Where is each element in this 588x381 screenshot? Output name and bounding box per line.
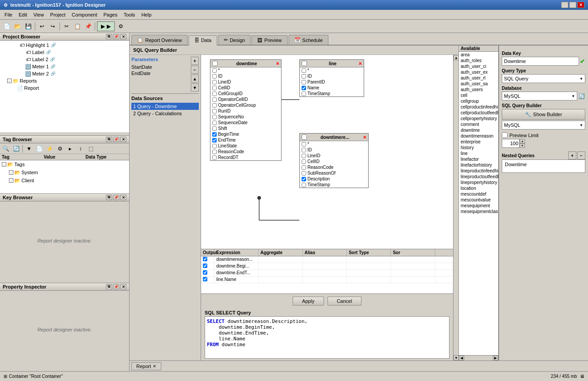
field-lineid[interactable]: LineID: [210, 79, 281, 85]
table-downtimere-close[interactable]: ✕: [363, 135, 366, 140]
avail-enterprise[interactable]: enterprise: [459, 139, 498, 145]
ds-item-calculations[interactable]: 2 Query - Calculations: [131, 110, 199, 117]
tag-browser-float-btn[interactable]: ⧉: [106, 137, 112, 142]
field-runid[interactable]: RunID: [210, 108, 281, 114]
move-up-btn[interactable]: ▲: [191, 75, 199, 83]
avail-history[interactable]: history: [459, 145, 498, 151]
menu-view[interactable]: View: [31, 11, 47, 18]
spinner-down-btn[interactable]: ▼: [520, 143, 525, 148]
menu-tools[interactable]: Tools: [121, 11, 138, 18]
tree-item-report[interactable]: 📄 Report: [1, 84, 128, 92]
tab-report-overview[interactable]: 📋 Report Overview: [131, 35, 188, 45]
field-operatorcellid[interactable]: OperatorCellID: [210, 96, 281, 102]
prop-pin-btn[interactable]: 📌: [113, 284, 119, 289]
field-cellid[interactable]: CellID: [210, 85, 281, 91]
tag-move-btn[interactable]: ↕: [76, 144, 85, 154]
mysql-select[interactable]: MySQL ▼: [502, 121, 585, 130]
tag-opc-btn[interactable]: ⚡: [45, 144, 55, 154]
tag-new-btn[interactable]: 📄: [34, 144, 44, 154]
copy-btn[interactable]: 📋: [72, 21, 82, 31]
field-seqdate[interactable]: SequenceDate: [210, 120, 281, 126]
dr-field-cellid[interactable]: CellID: [300, 159, 368, 164]
field-id[interactable]: ID: [210, 73, 281, 79]
field-linestate[interactable]: LineState: [210, 143, 281, 149]
tree-item-meter2[interactable]: 🔢 Meter 2 🔗: [1, 70, 128, 77]
dr-field-subreasonof[interactable]: SubReasonOf: [300, 170, 368, 176]
tree-item-label1[interactable]: 🏷 Label 🔗: [1, 49, 128, 56]
tag-filter-btn[interactable]: ▼: [24, 144, 34, 154]
field-cellgroupid[interactable]: CellGroupID: [210, 91, 281, 96]
line-field-asterisk[interactable]: *: [300, 67, 364, 73]
avail-downtime[interactable]: downtime: [459, 127, 498, 133]
avail-lineprod-in[interactable]: lineproductinfeedhistory: [459, 168, 498, 174]
reports-expand-btn[interactable]: -: [7, 79, 12, 83]
dr-field-lineid[interactable]: LineID: [300, 153, 368, 159]
publish-btn[interactable]: ▶ ▶: [97, 21, 115, 31]
menu-file[interactable]: File: [2, 11, 15, 18]
avail-location[interactable]: location: [459, 185, 498, 191]
field-recorddt[interactable]: RecordDT: [210, 155, 281, 160]
redo-btn[interactable]: ↪: [48, 21, 58, 31]
query-type-select[interactable]: SQL Query ▼: [502, 74, 585, 83]
add-nested-btn[interactable]: +: [568, 151, 576, 159]
tag-item-client[interactable]: - 📂 Client: [0, 176, 129, 184]
output-row-2[interactable]: downtime.Begi...: [201, 263, 453, 270]
menu-edit[interactable]: Edit: [16, 11, 30, 18]
project-browser-pin-btn[interactable]: 📌: [113, 34, 119, 39]
project-browser-float-btn[interactable]: ⧉: [106, 34, 112, 39]
client-expand-btn[interactable]: -: [9, 178, 13, 183]
add-param-btn[interactable]: +: [191, 57, 199, 65]
prop-float-btn[interactable]: ⧉: [106, 284, 112, 289]
avail-area[interactable]: area: [459, 52, 498, 58]
output-row-3[interactable]: downtime.EndT...: [201, 270, 453, 276]
output-row-4[interactable]: line.Name: [201, 276, 453, 283]
avail-scroll-right[interactable]: ▶: [493, 356, 498, 360]
cut-btn[interactable]: ✂: [62, 21, 71, 31]
tags-expand-btn[interactable]: -: [2, 162, 6, 167]
tag-refresh-btn[interactable]: 🔄: [11, 144, 21, 154]
tag-more-btn[interactable]: ▸: [65, 144, 75, 154]
query-canvas[interactable]: 🔗 downtime ✕ *: [201, 55, 453, 249]
avail-auth-roles[interactable]: auth_roles: [459, 58, 498, 63]
tab-schedule[interactable]: 📅 Schedule: [289, 35, 329, 45]
remove-param-btn[interactable]: −: [191, 66, 199, 74]
field-operatorcellgroup[interactable]: OperatorCellGroup: [210, 102, 281, 108]
paste-btn[interactable]: 📌: [83, 21, 93, 31]
avail-cellprod-in[interactable]: cellproductinfeedhistory: [459, 104, 498, 110]
output-row-1[interactable]: downtimereason...: [201, 256, 453, 263]
tag-item-tags[interactable]: - 📂 Tags: [0, 160, 129, 168]
field-asterisk[interactable]: *: [210, 67, 281, 73]
field-begintime[interactable]: BeginTime: [210, 131, 281, 137]
table-line-select-all[interactable]: [302, 61, 307, 66]
table-line-close[interactable]: ✕: [358, 61, 362, 66]
menu-component[interactable]: Component: [69, 11, 100, 18]
field-endtime[interactable]: EndTime: [210, 137, 281, 143]
report-tab-close-icon[interactable]: ✕: [153, 364, 156, 368]
tag-browser-close-btn[interactable]: ✕: [120, 137, 126, 142]
avail-downtimereason[interactable]: downtimereason: [459, 133, 498, 139]
avail-mescountdef[interactable]: mescountdef: [459, 191, 498, 197]
key-browser-float-btn[interactable]: ⧉: [106, 195, 112, 200]
settings-btn[interactable]: ⚙: [116, 21, 126, 31]
tag-settings-btn[interactable]: ⚙: [55, 144, 65, 154]
table-downtime-close[interactable]: ✕: [276, 61, 279, 66]
prop-close-btn[interactable]: ✕: [120, 284, 126, 289]
line-field-timestamp[interactable]: TimeStamp: [300, 91, 364, 96]
key-browser-pin-btn[interactable]: 📌: [113, 195, 119, 200]
line-field-id[interactable]: ID: [300, 73, 364, 79]
new-btn[interactable]: 📄: [2, 21, 12, 31]
tag-drag-btn[interactable]: ⬚: [86, 144, 96, 154]
spinner-up-btn[interactable]: ▲: [520, 139, 525, 143]
dr-field-id[interactable]: ID: [300, 147, 368, 153]
tag-item-system[interactable]: - 📂 System: [0, 168, 129, 176]
preview-limit-checkbox[interactable]: [502, 132, 508, 138]
menu-pages[interactable]: Pages: [101, 11, 120, 18]
avail-comment[interactable]: comment: [459, 121, 498, 127]
avail-linefactorhistory[interactable]: linefactorhistory: [459, 162, 498, 168]
table-downtime-select-all[interactable]: [212, 61, 218, 66]
dr-field-asterisk[interactable]: *: [300, 141, 368, 147]
out-check-1[interactable]: [201, 256, 214, 263]
tree-item-label2[interactable]: 🏷 Label 2 🔗: [1, 56, 128, 63]
show-builder-button[interactable]: 🔧 Show Builder: [502, 109, 585, 120]
save-btn[interactable]: 💾: [23, 21, 33, 31]
